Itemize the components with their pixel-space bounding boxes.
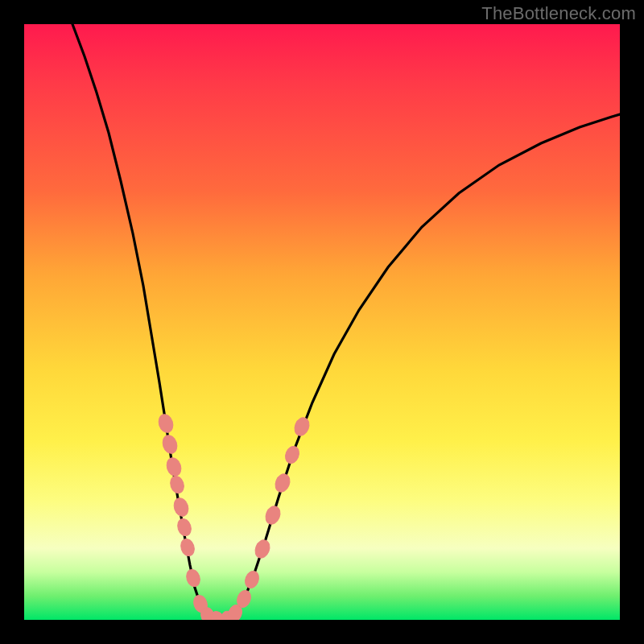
chart-frame: TheBottleneck.com bbox=[0, 0, 644, 644]
bead-marker bbox=[179, 537, 196, 557]
bead-marker bbox=[184, 568, 202, 588]
bead-marker bbox=[160, 433, 179, 455]
curve-layer bbox=[24, 24, 620, 620]
right-branch-curve bbox=[221, 114, 620, 620]
bead-marker bbox=[168, 474, 186, 494]
plot-area bbox=[24, 24, 620, 620]
bead-marker bbox=[164, 456, 183, 477]
bead-marker bbox=[243, 569, 262, 590]
bead-marker bbox=[175, 517, 193, 537]
bead-marker bbox=[156, 412, 175, 434]
bead-marker bbox=[253, 538, 272, 560]
bead-marker bbox=[292, 415, 312, 438]
bead-marker bbox=[283, 444, 302, 465]
bead-marker bbox=[273, 472, 292, 494]
left-branch-curve bbox=[72, 24, 221, 620]
watermark-text: TheBottleneck.com bbox=[481, 3, 636, 24]
bead-marker bbox=[263, 504, 283, 526]
bead-marker bbox=[171, 496, 190, 518]
